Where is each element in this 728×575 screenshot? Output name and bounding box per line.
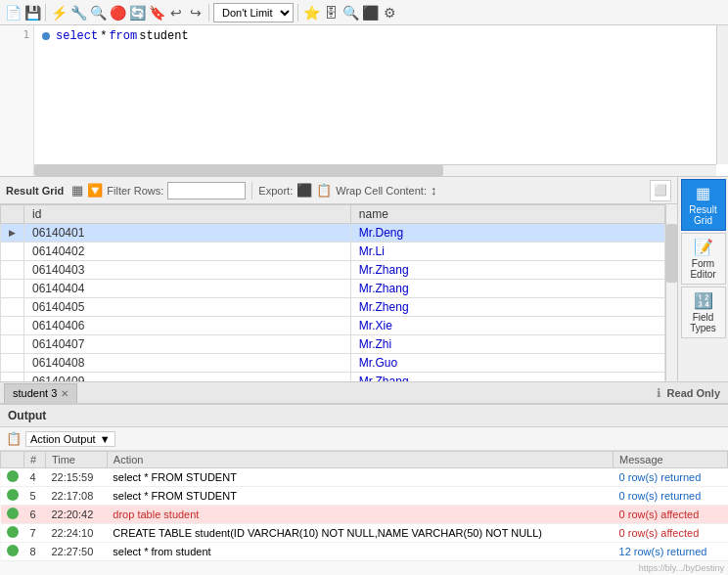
output-message-cell: 0 row(s) returned — [614, 468, 728, 487]
result-table: id name ▶ 06140401 Mr.Deng 06140402 Mr.L… — [0, 204, 665, 381]
table-row[interactable]: 06140408 Mr.Guo — [1, 354, 665, 373]
output-selector[interactable]: Action Output ▼ — [25, 431, 115, 447]
sql-editor[interactable]: 1 select * from student — [0, 25, 728, 177]
bookmark-icon[interactable]: 🔖 — [148, 4, 165, 22]
filter-input[interactable] — [167, 182, 246, 199]
table-scroll[interactable]: id name ▶ 06140401 Mr.Deng 06140402 Mr.L… — [0, 204, 665, 381]
cell-id[interactable]: 06140401 — [24, 224, 351, 243]
result-grid-btn[interactable]: ▦ ResultGrid — [681, 179, 726, 231]
output-row[interactable]: 6 22:20:42 drop table student 0 row(s) a… — [1, 506, 728, 524]
form-editor-btn-label: FormEditor — [690, 258, 715, 280]
table-row[interactable]: 06140402 Mr.Li — [1, 243, 665, 261]
cell-id[interactable]: 06140403 — [24, 261, 351, 280]
sep1 — [45, 4, 46, 22]
col-name[interactable]: name — [350, 205, 664, 224]
editor-hscrollbar[interactable] — [34, 164, 716, 176]
stop-icon[interactable]: 🔴 — [109, 4, 126, 22]
right-panel: ▦ ResultGrid 📝 FormEditor 🔢 FieldTypes — [677, 177, 728, 381]
cell-name[interactable]: Mr.Xie — [350, 317, 664, 335]
table-row[interactable]: 06140405 Mr.Zheng — [1, 298, 665, 317]
col-icon[interactable]: ⬛ — [361, 4, 379, 22]
db-icon[interactable]: 🗄 — [322, 4, 340, 22]
output-num-cell: 8 — [24, 543, 46, 561]
output-action-cell: CREATE TABLE student(ID VARCHAR(10) NOT … — [107, 524, 613, 543]
limit-select[interactable]: Don't Limit — [213, 3, 294, 22]
output-row[interactable]: 7 22:24:10 CREATE TABLE student(ID VARCH… — [1, 524, 728, 543]
result-grid-tab[interactable]: Result Grid — [6, 185, 64, 197]
wrap-icon[interactable]: ↕ — [431, 183, 437, 198]
cell-name[interactable]: Mr.Guo — [350, 354, 664, 373]
run-alt-icon[interactable]: 🔧 — [69, 4, 87, 22]
output-row[interactable]: 4 22:15:59 select * FROM STUDENT 0 row(s… — [1, 468, 728, 487]
editor-vscrollbar[interactable] — [716, 25, 728, 164]
info-icon[interactable]: ℹ — [657, 386, 661, 400]
run-icon[interactable]: ⚡ — [50, 4, 68, 22]
table-vscrollbar[interactable] — [665, 204, 677, 381]
editor-content[interactable]: select * from student — [34, 25, 728, 176]
cell-name[interactable]: Mr.Zheng — [350, 298, 664, 317]
cell-id[interactable]: 06140408 — [24, 354, 351, 373]
output-dropdown-icon[interactable]: ▼ — [100, 433, 111, 445]
tab-close-icon[interactable]: ✕ — [61, 388, 68, 399]
field-types-btn[interactable]: 🔢 FieldTypes — [681, 287, 726, 338]
grid-icon[interactable]: ▦ — [71, 183, 83, 198]
refresh-icon[interactable]: 🔄 — [128, 4, 146, 22]
star-icon[interactable]: ⭐ — [302, 4, 320, 22]
student3-tab[interactable]: student 3 ✕ — [4, 383, 77, 403]
cell-name[interactable]: Mr.Zhang — [350, 261, 664, 280]
output-panel: Output 📋 Action Output ▼ # Time Action M… — [0, 404, 728, 575]
output-copy-icon[interactable]: 📋 — [6, 431, 22, 446]
output-time-cell: 22:27:50 — [45, 543, 107, 561]
search-icon[interactable]: 🔍 — [89, 4, 107, 22]
cell-name[interactable]: Mr.Li — [350, 243, 664, 261]
output-time-cell: 22:20:42 — [45, 506, 107, 524]
output-col-status — [1, 452, 24, 468]
save-icon[interactable]: 💾 — [23, 4, 41, 22]
filter-icon[interactable]: 🔽 — [87, 183, 103, 198]
cell-id[interactable]: 06140402 — [24, 243, 351, 261]
output-row[interactable]: 8 22:27:50 select * from student 12 row(… — [1, 543, 728, 561]
field-panel-icon: 🔢 — [684, 291, 723, 310]
keyword-select: select — [56, 29, 98, 43]
table-row[interactable]: 06140403 Mr.Zhang — [1, 261, 665, 280]
output-row[interactable]: 5 22:17:08 select * FROM STUDENT 0 row(s… — [1, 487, 728, 506]
expand-btn[interactable]: ⬜ — [650, 180, 671, 201]
zoom-icon[interactable]: 🔍 — [341, 4, 359, 22]
new-file-icon[interactable]: 📄 — [4, 4, 22, 22]
cell-name[interactable]: Mr.Zhang — [350, 373, 664, 382]
table-header-row: id name — [1, 205, 665, 224]
cell-name[interactable]: Mr.Zhang — [350, 280, 664, 298]
cell-name[interactable]: Mr.Zhi — [350, 335, 664, 354]
main-toolbar: 📄 💾 ⚡ 🔧 🔍 🔴 🔄 🔖 ↩ ↪ Don't Limit ⭐ 🗄 🔍 ⬛ … — [0, 0, 728, 25]
col-id[interactable]: id — [24, 205, 351, 224]
table-row[interactable]: ▶ 06140401 Mr.Deng — [1, 224, 665, 243]
undo-icon[interactable]: ↩ — [167, 4, 185, 22]
settings-icon[interactable]: ⚙ — [381, 4, 398, 22]
cell-id[interactable]: 06140409 — [24, 373, 351, 382]
table-row[interactable]: 06140404 Mr.Zhang — [1, 280, 665, 298]
tab-bar-right: ℹ Read Only — [657, 386, 720, 400]
table-row[interactable]: 06140409 Mr.Zhang — [1, 373, 665, 382]
cell-id[interactable]: 06140407 — [24, 335, 351, 354]
output-col-num: # — [24, 452, 46, 468]
table-vscrollbar-thumb[interactable] — [666, 224, 677, 283]
editor-line-1: select * from student — [42, 27, 720, 45]
result-grid-btn-label: ResultGrid — [689, 204, 716, 226]
sep2 — [208, 4, 209, 22]
export-icon1[interactable]: ⬛ — [296, 183, 312, 198]
cell-id[interactable]: 06140404 — [24, 280, 351, 298]
output-table[interactable]: # Time Action Message 4 22:15:59 select … — [0, 451, 728, 575]
table-row[interactable]: 06140407 Mr.Zhi — [1, 335, 665, 354]
output-action-cell: select * FROM STUDENT — [107, 468, 613, 487]
table-row[interactable]: 06140406 Mr.Xie — [1, 317, 665, 335]
export-icon2[interactable]: 📋 — [316, 183, 332, 198]
output-action-cell: select * from student — [107, 543, 613, 561]
editor-hscrollbar-thumb[interactable] — [34, 165, 443, 176]
form-editor-btn[interactable]: 📝 FormEditor — [681, 233, 726, 285]
cell-id[interactable]: 06140405 — [24, 298, 351, 317]
cell-name[interactable]: Mr.Deng — [350, 224, 664, 243]
cell-id[interactable]: 06140406 — [24, 317, 351, 335]
output-num-cell: 6 — [24, 506, 46, 524]
redo-icon[interactable]: ↪ — [187, 4, 205, 22]
row-indicator-cell: ▶ — [1, 224, 24, 243]
